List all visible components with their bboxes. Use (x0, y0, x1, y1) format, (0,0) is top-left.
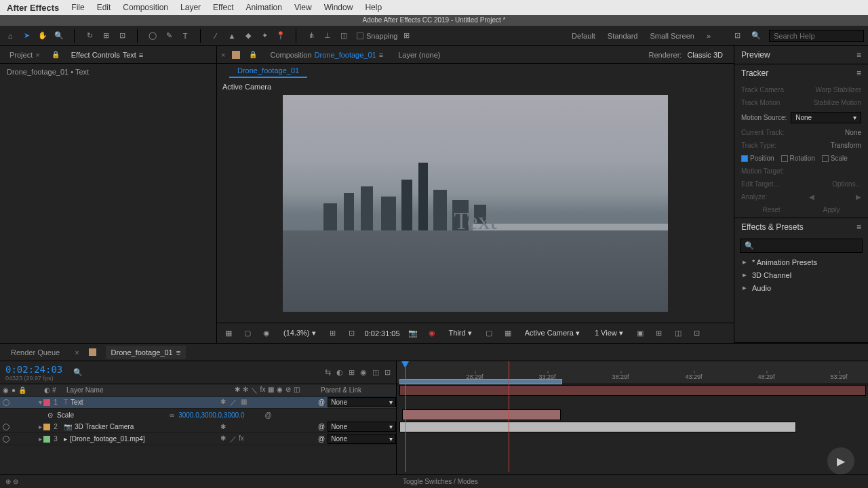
layer-color[interactable] (43, 436, 50, 443)
graph-editor-icon[interactable]: ◫ (372, 368, 379, 377)
alpha-icon[interactable]: ▦ (222, 327, 235, 340)
views-dropdown[interactable]: 1 View ▾ (591, 327, 627, 339)
close-tab-icon[interactable]: × (75, 348, 79, 357)
effects-presets-title[interactable]: Effects & Presets (741, 222, 804, 232)
link-icon[interactable]: ∞ (170, 411, 174, 419)
current-timecode[interactable]: 0:02:24:03 (5, 364, 62, 375)
options-button[interactable]: Options... (832, 180, 861, 188)
menu-edit[interactable]: Edit (97, 3, 111, 12)
guides-icon[interactable]: ⊡ (346, 327, 358, 340)
render-queue-tab[interactable]: Render Queue (5, 346, 65, 359)
menu-file[interactable]: File (71, 3, 84, 12)
brainstorm-icon[interactable]: ⊡ (384, 368, 391, 377)
workspace-default[interactable]: Default (572, 32, 595, 40)
search-icon[interactable]: 🔍 (750, 30, 762, 42)
snapping-checkbox[interactable] (357, 33, 363, 39)
camera-tool-icon[interactable]: ⊞ (100, 30, 112, 42)
analyze-fwd-icon[interactable]: ▶ (856, 193, 861, 201)
layer-name-header[interactable]: Layer Name (64, 386, 216, 394)
analyze-back-icon[interactable]: ◀ (809, 193, 814, 201)
parent-header[interactable]: Parent & Link (318, 386, 396, 394)
parent-dropdown[interactable]: None▾ (328, 422, 396, 432)
view-opt2-icon[interactable]: ⊞ (653, 327, 665, 340)
tracker-panel-title[interactable]: Tracker (741, 68, 768, 78)
project-tab[interactable]: Project× (4, 48, 45, 62)
layer-bar[interactable] (402, 409, 561, 420)
edit-target-button[interactable]: Edit Target... (741, 180, 779, 188)
resolution-dropdown[interactable]: Third ▾ (445, 327, 476, 339)
roto-tool-icon[interactable]: ✦ (258, 30, 271, 42)
transparency-icon[interactable]: ▦ (502, 327, 514, 340)
visibility-toggle[interactable] (3, 399, 9, 406)
twirl-icon[interactable]: ▾ (37, 399, 43, 406)
sync-icon[interactable]: ⊡ (731, 30, 743, 42)
expression-pickwhip-icon[interactable]: @ (264, 411, 271, 419)
preset-item[interactable]: ▸3D Channel (740, 268, 863, 281)
layer-color[interactable] (43, 424, 50, 430)
play-button[interactable]: ▶ (827, 447, 854, 474)
time-ruler[interactable]: 28:29f 33:29f 38:29f 43:29f 48:29f 53:29… (397, 361, 868, 384)
preview-panel-title[interactable]: Preview (741, 50, 770, 60)
stabilize-motion-button[interactable]: Stabilize Motion (813, 99, 861, 106)
composition-viewport[interactable]: Text (283, 95, 668, 312)
rotate-tool-icon[interactable]: ↻ (83, 30, 96, 42)
visibility-toggle[interactable] (3, 436, 9, 443)
selection-tool-icon[interactable]: ➤ (20, 30, 33, 42)
zoom-tool-icon[interactable]: 🔍 (53, 30, 65, 42)
parent-dropdown[interactable]: None▾ (328, 434, 396, 444)
snap-opt-icon[interactable]: ⊞ (401, 30, 413, 42)
search-help-input[interactable] (769, 30, 864, 42)
close-icon[interactable]: × (35, 51, 39, 59)
reset-button[interactable]: Reset (762, 206, 780, 214)
text-tool-icon[interactable]: T (179, 30, 191, 42)
pickwhip-icon[interactable]: @ (318, 435, 325, 443)
snapshot-icon[interactable]: 📷 (407, 327, 419, 340)
renderer-dropdown[interactable]: Classic 3D (687, 51, 723, 59)
preset-item[interactable]: ▸* Animation Presets (740, 256, 863, 268)
twirl-icon[interactable]: ▸ (37, 423, 43, 430)
workspace-more-icon[interactable]: » (707, 32, 711, 40)
panel-menu-icon[interactable]: ≡ (856, 68, 861, 78)
layer-bar[interactable] (399, 422, 796, 432)
lock-icon[interactable]: 🔒 (50, 49, 62, 61)
current-time[interactable]: 0:02:31:05 (365, 329, 400, 338)
workspace-standard[interactable]: Standard (608, 32, 638, 40)
position-checkbox[interactable] (741, 155, 748, 162)
zoom-dropdown[interactable]: (14.3%) ▾ (279, 327, 320, 339)
axis-tool-icon[interactable]: ⋔ (305, 30, 317, 42)
parent-dropdown[interactable]: None▾ (328, 397, 396, 407)
menu-help[interactable]: Help (365, 3, 382, 12)
cti-playhead[interactable] (405, 361, 406, 472)
layer-color[interactable] (43, 399, 50, 406)
panel-menu-icon[interactable]: ≡ (856, 50, 861, 60)
panel-menu-icon[interactable]: ≡ (856, 222, 861, 232)
local-axis-icon[interactable]: ⊥ (321, 30, 334, 42)
home-icon[interactable]: ⌂ (4, 30, 16, 42)
pickwhip-icon[interactable]: @ (318, 399, 325, 406)
scale-value[interactable]: 3000.0,3000.0,3000.0 (178, 411, 244, 419)
layer-row[interactable]: ▾ 1 TText ✱ ／ ▦ @None▾ (0, 396, 396, 409)
camera-dropdown[interactable]: Active Camera ▾ (521, 327, 584, 339)
track-camera-button[interactable]: Track Camera (741, 86, 784, 94)
roi-icon[interactable]: ▢ (483, 327, 495, 340)
view-opt1-icon[interactable]: ▣ (634, 327, 646, 340)
comp-subtab[interactable]: Drone_footage_01 (229, 64, 307, 78)
motion-blur-icon[interactable]: ◉ (360, 368, 367, 377)
menu-layer[interactable]: Layer (180, 3, 201, 12)
effect-controls-tab[interactable]: Effect Controls Text ≡ (66, 48, 149, 62)
layer-row[interactable]: ▸ 3 ▸[Drone_footage_01.mp4] ✱ ／fx @None▾ (0, 433, 396, 445)
layer-bar[interactable] (399, 385, 866, 396)
timeline-comp-tab[interactable]: Drone_footage_01 ≡ (106, 346, 186, 359)
property-row[interactable]: ⊙Scale ∞ 3000.0,3000.0,3000.0 @ (0, 409, 396, 421)
close-comp-icon[interactable]: × (221, 51, 225, 59)
scale-checkbox[interactable] (822, 155, 829, 162)
layer-search-icon[interactable]: 🔍 (73, 368, 83, 377)
brush-tool-icon[interactable]: ∕ (210, 30, 222, 42)
workspace-small[interactable]: Small Screen (650, 32, 694, 40)
effects-search-input[interactable]: 🔍 (740, 239, 863, 253)
menu-effect[interactable]: Effect (213, 3, 233, 12)
view-axis-icon[interactable]: ◫ (338, 30, 350, 42)
menu-composition[interactable]: Composition (123, 3, 168, 12)
layer-tab[interactable]: Layer (none) (394, 48, 444, 62)
view-opt3-icon[interactable]: ◫ (672, 327, 684, 340)
